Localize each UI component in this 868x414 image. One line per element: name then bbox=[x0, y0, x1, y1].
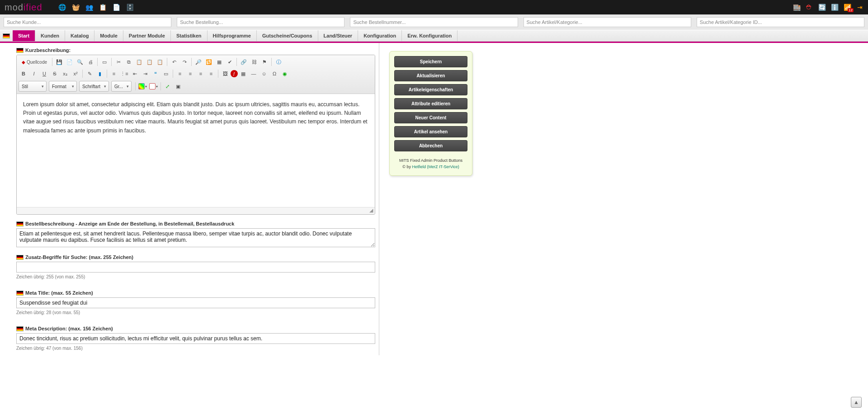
size-select[interactable]: Gr... bbox=[111, 81, 132, 92]
outdent-icon[interactable]: ⇤ bbox=[130, 69, 140, 79]
undo-icon[interactable]: ↶ bbox=[169, 57, 179, 67]
showblocks-icon[interactable]: ▣ bbox=[173, 81, 183, 91]
tab-stats[interactable]: Statistiken bbox=[171, 30, 208, 41]
lifebuoy-icon[interactable]: ⛑ bbox=[806, 4, 813, 11]
cancel-button[interactable]: Abbrechen bbox=[394, 140, 467, 151]
attributes-button[interactable]: Attribute editieren bbox=[394, 98, 467, 109]
anchor-icon[interactable]: ⚑ bbox=[259, 57, 269, 67]
redo-icon[interactable]: ↷ bbox=[179, 57, 189, 67]
italic-icon[interactable]: I bbox=[29, 69, 39, 79]
logout-icon[interactable]: ⇥ bbox=[856, 4, 863, 11]
keywords-input[interactable] bbox=[16, 262, 375, 273]
tab-config[interactable]: Konfiguration bbox=[358, 30, 402, 41]
div-icon[interactable]: ▭ bbox=[161, 69, 171, 79]
basket-icon[interactable]: 🧺 bbox=[72, 4, 80, 11]
specialchar-icon[interactable]: Ω bbox=[269, 69, 279, 79]
copy-icon[interactable]: ⧉ bbox=[124, 57, 134, 67]
table-icon[interactable]: ▦ bbox=[238, 69, 248, 79]
credit-link[interactable]: Hetfield (MerZ IT-SerVice) bbox=[412, 165, 459, 169]
selectall-icon[interactable]: ▦ bbox=[214, 57, 224, 67]
link-icon[interactable]: 🔗 bbox=[239, 57, 249, 67]
globe-icon[interactable]: 🌐 bbox=[59, 4, 66, 11]
numlist-icon[interactable]: ≡ bbox=[109, 69, 119, 79]
newpage-icon[interactable]: 📄 bbox=[65, 57, 75, 67]
align-right-icon[interactable]: ≡ bbox=[196, 69, 206, 79]
order-desc-textarea[interactable] bbox=[16, 228, 375, 247]
spellcheck-icon[interactable]: ✔ bbox=[225, 57, 235, 67]
shop-icon[interactable]: 🏬 bbox=[793, 4, 800, 11]
cut-icon[interactable]: ✂ bbox=[113, 57, 123, 67]
format-icon[interactable]: ▮ bbox=[95, 69, 105, 79]
replace-icon[interactable]: 🔁 bbox=[204, 57, 214, 67]
tab-advconfig[interactable]: Erw. Konfiguration bbox=[402, 30, 458, 41]
style-select[interactable]: Stil bbox=[19, 81, 47, 92]
subscript-icon[interactable]: x₂ bbox=[60, 69, 70, 79]
flash-icon[interactable]: ƒ bbox=[231, 70, 238, 77]
search-articleid-input[interactable] bbox=[697, 17, 864, 27]
tab-module[interactable]: Module bbox=[94, 30, 123, 41]
editor-content[interactable]: Lorem ipsum dolor sit amet, consectetur … bbox=[17, 94, 375, 207]
bold-icon[interactable]: B bbox=[19, 69, 28, 79]
flag-de-icon bbox=[16, 326, 24, 331]
search-customer-input[interactable] bbox=[4, 17, 171, 27]
removeformat-icon[interactable]: ✎ bbox=[85, 69, 94, 79]
update-button[interactable]: Aktualisieren bbox=[394, 70, 467, 81]
search-article-input[interactable] bbox=[524, 17, 691, 27]
meta-desc-input[interactable] bbox=[16, 333, 375, 344]
iframe-icon[interactable]: ◉ bbox=[280, 69, 290, 79]
bullist-icon[interactable]: ⋮≡ bbox=[119, 69, 129, 79]
font-select[interactable]: Schriftart bbox=[79, 81, 109, 92]
indent-icon[interactable]: ⇥ bbox=[140, 69, 150, 79]
textcolor-select[interactable]: ▾ bbox=[137, 83, 148, 89]
tab-land[interactable]: Land/Steuer bbox=[318, 30, 359, 41]
tab-katalog[interactable]: Katalog bbox=[65, 30, 94, 41]
refresh-icon[interactable]: 🔄 bbox=[818, 4, 826, 11]
info-icon[interactable]: ℹ️ bbox=[831, 4, 838, 11]
doc-icon[interactable]: 📄 bbox=[113, 4, 120, 11]
paste-word-icon[interactable]: 📋 bbox=[155, 57, 165, 67]
nav-tabs: Start Kunden Katalog Module Partner Modu… bbox=[0, 30, 868, 42]
db-icon[interactable]: 🗄️ bbox=[127, 4, 134, 11]
format-select[interactable]: Format bbox=[49, 81, 77, 92]
find-icon[interactable]: 🔎 bbox=[193, 57, 203, 67]
align-center-icon[interactable]: ≡ bbox=[185, 69, 195, 79]
hr-icon[interactable]: — bbox=[249, 69, 259, 79]
image-icon[interactable]: 🖼 bbox=[220, 69, 230, 79]
print-icon[interactable]: 🖨 bbox=[85, 57, 95, 67]
template-icon[interactable]: ▭ bbox=[99, 57, 109, 67]
source-button[interactable]: ◆Quellcode bbox=[19, 57, 50, 67]
superscript-icon[interactable]: x² bbox=[71, 69, 80, 79]
paste-icon[interactable]: 📋 bbox=[134, 57, 144, 67]
tab-partner[interactable]: Partner Module bbox=[123, 30, 171, 41]
blockquote-icon[interactable]: ❝ bbox=[151, 69, 160, 79]
meta-title-input[interactable] bbox=[16, 297, 375, 308]
tab-coupons[interactable]: Gutscheine/Coupons bbox=[257, 30, 318, 41]
editor-resize-handle[interactable]: ◢ bbox=[17, 207, 375, 214]
search-ordernum-input[interactable] bbox=[350, 17, 518, 27]
users-icon[interactable]: 👥 bbox=[86, 4, 93, 11]
smiley-icon[interactable]: ☺ bbox=[259, 69, 269, 79]
preview-icon[interactable]: 🔍 bbox=[75, 57, 85, 67]
search-order-input[interactable] bbox=[177, 17, 344, 27]
align-left-icon[interactable]: ≡ bbox=[175, 69, 185, 79]
rss-icon[interactable]: 📶12 bbox=[844, 4, 851, 11]
unlink-icon[interactable]: ⛓ bbox=[249, 57, 259, 67]
save-icon[interactable]: 💾 bbox=[54, 57, 64, 67]
meta-title-charcount: Zeichen übrig: 28 (von max. 55) bbox=[16, 308, 375, 320]
newcontent-button[interactable]: Neuer Content bbox=[394, 112, 467, 123]
viewarticle-button[interactable]: Artikel ansehen bbox=[394, 126, 467, 137]
properties-button[interactable]: Artikeleigenschaften bbox=[394, 84, 467, 95]
align-justify-icon[interactable]: ≡ bbox=[206, 69, 216, 79]
save-button[interactable]: Speichern bbox=[394, 56, 467, 67]
paste-text-icon[interactable]: 📋 bbox=[145, 57, 155, 67]
maximize-icon[interactable]: ⤢ bbox=[163, 81, 173, 91]
about-icon[interactable]: ⓘ bbox=[274, 57, 283, 67]
strike-icon[interactable]: S bbox=[50, 69, 60, 79]
tab-tools[interactable]: Hilfsprogramme bbox=[208, 30, 257, 41]
tab-kunden[interactable]: Kunden bbox=[35, 30, 65, 41]
list-icon[interactable]: 📋 bbox=[99, 4, 107, 11]
tab-start[interactable]: Start bbox=[13, 30, 35, 41]
underline-icon[interactable]: U bbox=[39, 69, 49, 79]
flag-de-icon[interactable] bbox=[3, 33, 10, 38]
bgcolor-select[interactable]: ▾ bbox=[148, 83, 159, 89]
